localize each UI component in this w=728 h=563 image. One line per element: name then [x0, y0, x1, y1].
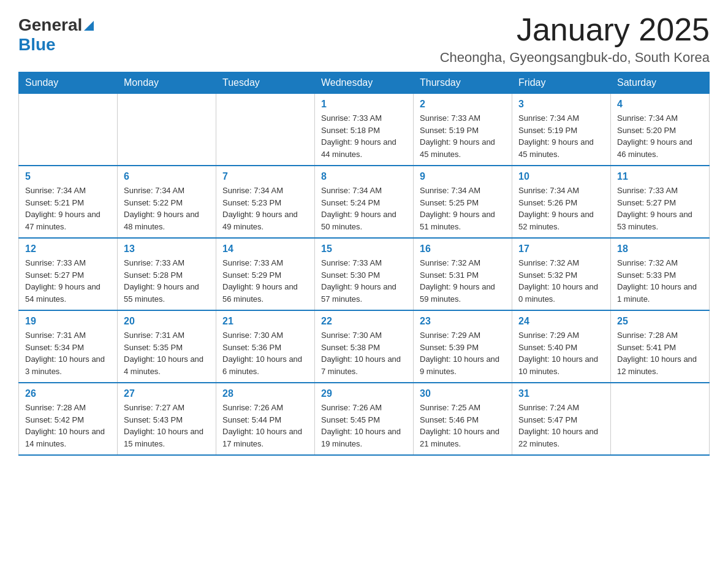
day-info: Sunrise: 7:29 AM Sunset: 5:39 PM Dayligh… [420, 329, 506, 377]
calendar-cell: 26Sunrise: 7:28 AM Sunset: 5:42 PM Dayli… [19, 383, 118, 455]
day-info: Sunrise: 7:33 AM Sunset: 5:18 PM Dayligh… [321, 112, 407, 160]
day-number: 19 [25, 316, 111, 327]
day-number: 27 [124, 388, 210, 399]
calendar-cell: 19Sunrise: 7:31 AM Sunset: 5:34 PM Dayli… [19, 310, 118, 383]
day-info: Sunrise: 7:33 AM Sunset: 5:27 PM Dayligh… [25, 257, 111, 305]
day-number: 12 [25, 243, 111, 255]
calendar-cell: 6Sunrise: 7:34 AM Sunset: 5:22 PM Daylig… [118, 166, 216, 238]
calendar-week-2: 5Sunrise: 7:34 AM Sunset: 5:21 PM Daylig… [19, 166, 710, 238]
day-info: Sunrise: 7:28 AM Sunset: 5:41 PM Dayligh… [617, 329, 703, 377]
day-info: Sunrise: 7:34 AM Sunset: 5:20 PM Dayligh… [617, 112, 703, 160]
calendar-cell: 24Sunrise: 7:29 AM Sunset: 5:40 PM Dayli… [512, 310, 611, 383]
weekday-header-saturday: Saturday [611, 72, 710, 94]
weekday-header-sunday: Sunday [19, 72, 118, 94]
day-number: 4 [617, 99, 703, 110]
day-number: 8 [321, 171, 407, 182]
calendar-cell: 4Sunrise: 7:34 AM Sunset: 5:20 PM Daylig… [611, 94, 710, 166]
calendar-cell: 9Sunrise: 7:34 AM Sunset: 5:25 PM Daylig… [414, 166, 512, 238]
calendar-cell: 22Sunrise: 7:30 AM Sunset: 5:38 PM Dayli… [315, 310, 414, 383]
day-number: 13 [124, 243, 210, 255]
day-info: Sunrise: 7:30 AM Sunset: 5:38 PM Dayligh… [321, 329, 407, 377]
calendar-cell: 8Sunrise: 7:34 AM Sunset: 5:24 PM Daylig… [315, 166, 414, 238]
day-number: 5 [25, 171, 111, 182]
day-number: 30 [420, 388, 506, 399]
day-info: Sunrise: 7:30 AM Sunset: 5:36 PM Dayligh… [222, 329, 308, 377]
calendar-cell: 31Sunrise: 7:24 AM Sunset: 5:47 PM Dayli… [512, 383, 611, 455]
day-number: 17 [518, 243, 604, 255]
calendar-cell [19, 94, 118, 166]
day-info: Sunrise: 7:31 AM Sunset: 5:34 PM Dayligh… [25, 329, 111, 377]
day-number: 7 [222, 171, 308, 182]
day-info: Sunrise: 7:31 AM Sunset: 5:35 PM Dayligh… [124, 329, 210, 377]
day-number: 26 [25, 388, 111, 399]
page-header: General Blue January 2025 Cheongha, Gyeo… [18, 12, 710, 66]
calendar-cell [611, 383, 710, 455]
day-number: 16 [420, 243, 506, 255]
calendar-cell: 3Sunrise: 7:34 AM Sunset: 5:19 PM Daylig… [512, 94, 611, 166]
calendar-cell: 2Sunrise: 7:33 AM Sunset: 5:19 PM Daylig… [414, 94, 512, 166]
weekday-header-tuesday: Tuesday [216, 72, 315, 94]
day-info: Sunrise: 7:34 AM Sunset: 5:21 PM Dayligh… [25, 185, 111, 232]
calendar-header-row: SundayMondayTuesdayWednesdayThursdayFrid… [19, 72, 710, 94]
day-number: 21 [222, 316, 308, 327]
day-info: Sunrise: 7:34 AM Sunset: 5:26 PM Dayligh… [518, 185, 604, 232]
logo-general-text: General [18, 15, 82, 35]
calendar-cell: 25Sunrise: 7:28 AM Sunset: 5:41 PM Dayli… [611, 310, 710, 383]
logo-blue-text: Blue [18, 35, 56, 54]
day-number: 3 [518, 99, 604, 110]
calendar-cell: 23Sunrise: 7:29 AM Sunset: 5:39 PM Dayli… [414, 310, 512, 383]
weekday-header-friday: Friday [512, 72, 611, 94]
day-number: 11 [617, 171, 703, 182]
calendar-week-1: 1Sunrise: 7:33 AM Sunset: 5:18 PM Daylig… [19, 94, 710, 166]
calendar-cell: 16Sunrise: 7:32 AM Sunset: 5:31 PM Dayli… [414, 238, 512, 310]
logo-triangle-icon [84, 18, 94, 33]
day-info: Sunrise: 7:34 AM Sunset: 5:23 PM Dayligh… [222, 185, 308, 232]
day-info: Sunrise: 7:32 AM Sunset: 5:31 PM Dayligh… [420, 257, 506, 305]
calendar-table: SundayMondayTuesdayWednesdayThursdayFrid… [18, 72, 710, 456]
calendar-cell: 13Sunrise: 7:33 AM Sunset: 5:28 PM Dayli… [118, 238, 216, 310]
weekday-header-wednesday: Wednesday [315, 72, 414, 94]
calendar-cell: 18Sunrise: 7:32 AM Sunset: 5:33 PM Dayli… [611, 238, 710, 310]
calendar-cell: 5Sunrise: 7:34 AM Sunset: 5:21 PM Daylig… [19, 166, 118, 238]
weekday-header-monday: Monday [118, 72, 216, 94]
day-number: 6 [124, 171, 210, 182]
calendar-cell: 21Sunrise: 7:30 AM Sunset: 5:36 PM Dayli… [216, 310, 315, 383]
calendar-cell: 1Sunrise: 7:33 AM Sunset: 5:18 PM Daylig… [315, 94, 414, 166]
day-info: Sunrise: 7:33 AM Sunset: 5:29 PM Dayligh… [222, 257, 308, 305]
day-info: Sunrise: 7:24 AM Sunset: 5:47 PM Dayligh… [518, 402, 604, 450]
day-info: Sunrise: 7:33 AM Sunset: 5:27 PM Dayligh… [617, 185, 703, 232]
day-number: 25 [617, 316, 703, 327]
calendar-cell: 14Sunrise: 7:33 AM Sunset: 5:29 PM Dayli… [216, 238, 315, 310]
day-number: 2 [420, 99, 506, 110]
calendar-cell [118, 94, 216, 166]
day-number: 14 [222, 243, 308, 255]
weekday-header-thursday: Thursday [414, 72, 512, 94]
calendar-cell: 20Sunrise: 7:31 AM Sunset: 5:35 PM Dayli… [118, 310, 216, 383]
calendar-cell: 29Sunrise: 7:26 AM Sunset: 5:45 PM Dayli… [315, 383, 414, 455]
calendar-week-3: 12Sunrise: 7:33 AM Sunset: 5:27 PM Dayli… [19, 238, 710, 310]
title-area: January 2025 Cheongha, Gyeongsangbuk-do,… [440, 12, 710, 66]
calendar-cell: 7Sunrise: 7:34 AM Sunset: 5:23 PM Daylig… [216, 166, 315, 238]
day-info: Sunrise: 7:25 AM Sunset: 5:46 PM Dayligh… [420, 402, 506, 450]
calendar-week-4: 19Sunrise: 7:31 AM Sunset: 5:34 PM Dayli… [19, 310, 710, 383]
day-number: 10 [518, 171, 604, 182]
svg-marker-0 [84, 21, 94, 31]
day-info: Sunrise: 7:32 AM Sunset: 5:32 PM Dayligh… [518, 257, 604, 305]
page-subtitle: Cheongha, Gyeongsangbuk-do, South Korea [440, 50, 710, 66]
day-number: 15 [321, 243, 407, 255]
day-info: Sunrise: 7:34 AM Sunset: 5:24 PM Dayligh… [321, 185, 407, 232]
day-number: 23 [420, 316, 506, 327]
calendar-cell: 30Sunrise: 7:25 AM Sunset: 5:46 PM Dayli… [414, 383, 512, 455]
day-info: Sunrise: 7:32 AM Sunset: 5:33 PM Dayligh… [617, 257, 703, 305]
day-number: 9 [420, 171, 506, 182]
day-info: Sunrise: 7:34 AM Sunset: 5:22 PM Dayligh… [124, 185, 210, 232]
page-title: January 2025 [440, 12, 710, 47]
calendar-cell: 27Sunrise: 7:27 AM Sunset: 5:43 PM Dayli… [118, 383, 216, 455]
day-number: 31 [518, 388, 604, 399]
day-number: 29 [321, 388, 407, 399]
day-info: Sunrise: 7:26 AM Sunset: 5:44 PM Dayligh… [222, 402, 308, 450]
day-info: Sunrise: 7:33 AM Sunset: 5:28 PM Dayligh… [124, 257, 210, 305]
calendar-cell: 12Sunrise: 7:33 AM Sunset: 5:27 PM Dayli… [19, 238, 118, 310]
day-info: Sunrise: 7:26 AM Sunset: 5:45 PM Dayligh… [321, 402, 407, 450]
day-info: Sunrise: 7:34 AM Sunset: 5:25 PM Dayligh… [420, 185, 506, 232]
